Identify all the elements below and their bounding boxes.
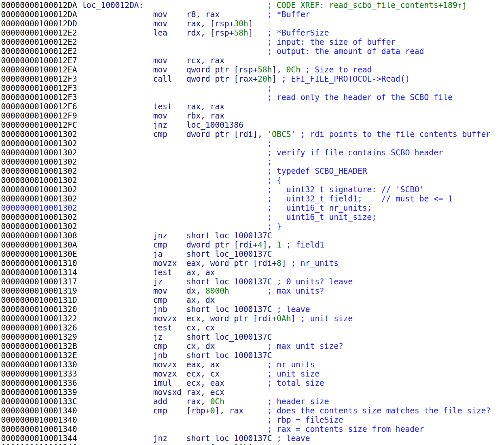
instruction-text: mov rax, [rsp+ xyxy=(77,19,234,28)
asm-line[interactable]: 000000001000133C add rax, 0Ch ; header s… xyxy=(1,397,504,406)
address: 00000000100012DA xyxy=(1,10,77,19)
asm-line[interactable]: 00000000100012E7 mov rcx, rax xyxy=(1,56,504,65)
asm-line[interactable]: 000000001000130A cmp dword ptr [rdi+4], … xyxy=(1,240,504,249)
address: 0000000010001302 xyxy=(1,194,77,203)
comment: ; xyxy=(77,84,272,93)
instruction-text: test rax, rax xyxy=(77,102,224,111)
asm-line[interactable]: 0000000010001302 ; typedef SCBO_HEADER xyxy=(1,167,504,176)
number-literal: 58h xyxy=(258,65,272,74)
asm-line[interactable]: 00000000100012E2 ; input: the size of bu… xyxy=(1,38,504,47)
instruction-text: mov dx, xyxy=(77,286,205,296)
asm-line[interactable]: 0000000010001322 movzx ecx, word ptr [rd… xyxy=(1,314,504,323)
asm-line[interactable]: 0000000010001302 ; uint32_t field1; // m… xyxy=(1,194,504,203)
address: 0000000010001329 xyxy=(1,332,77,342)
asm-line[interactable]: 0000000010001302 ; xyxy=(1,139,504,148)
instruction-text: ] xyxy=(282,259,286,268)
instruction-text: cmp cx, dx xyxy=(77,342,215,351)
disassembly-listing: 00000000100012DA loc_100012DA: ; CODE XR… xyxy=(0,0,504,445)
asm-line[interactable]: 00000000100012E2 lea rdx, [rsp+58h] ; *B… xyxy=(1,28,504,38)
address: 000000001000132B xyxy=(1,342,77,351)
address: 0000000010001302 xyxy=(1,130,77,139)
asm-line[interactable]: 0000000010001302 ; } xyxy=(1,222,504,231)
asm-line[interactable]: 0000000010001319 mov dx, 8000h ; max uni… xyxy=(1,286,504,296)
asm-line[interactable]: 00000000100012E2 ; output: the amount of… xyxy=(1,47,504,56)
instruction-text: jz short loc_1000137C xyxy=(77,332,272,342)
address: 00000000100012FC xyxy=(1,120,77,130)
instruction-text: call qword ptr [rax+ xyxy=(77,74,258,84)
asm-line[interactable]: 0000000010001302 ; uint32_t signature: /… xyxy=(1,185,504,194)
comment: ; rdi points to the file contents buffer xyxy=(296,130,491,139)
asm-line[interactable]: 00000000100012F6 test rax, rax xyxy=(1,102,504,111)
asm-line[interactable]: 0000000010001329 jz short loc_1000137C xyxy=(1,332,504,342)
address: 0000000010001319 xyxy=(1,286,77,296)
asm-line[interactable]: 0000000010001310 movzx eax, word ptr [rd… xyxy=(1,259,504,268)
address: 0000000010001326 xyxy=(1,323,77,332)
asm-line[interactable]: 0000000010001344 jnz short loc_1000137C … xyxy=(1,434,504,443)
address: 0000000010001302 xyxy=(1,176,77,185)
address: 000000001000130E xyxy=(1,249,77,259)
number-literal: 4 xyxy=(258,240,262,249)
address: 000000001000133C xyxy=(1,397,77,406)
instruction-text: movzx ecx, cx xyxy=(77,369,219,379)
asm-line[interactable]: 0000000010001346 mov rax, [rsp+30h] xyxy=(1,443,504,445)
number-literal: 0Ch xyxy=(210,397,224,406)
comment: ; unit_size xyxy=(296,314,353,323)
asm-line[interactable]: 0000000010001340 cmp [rbp+0], rax ; does… xyxy=(1,406,504,415)
address: 0000000010001344 xyxy=(1,434,77,443)
instruction-text: movzx ecx, word ptr [rdi+ xyxy=(77,314,277,323)
asm-line[interactable]: 0000000010001314 test ax, ax xyxy=(1,268,504,277)
asm-line[interactable]: 000000001000131D cmp ax, dx xyxy=(1,296,504,305)
asm-line[interactable]: 0000000010001339 movsxd rax, ecx xyxy=(1,388,504,397)
asm-line[interactable]: 0000000010001340 ; rbp = fileSize xyxy=(1,415,504,425)
instruction-text: jnb short loc_1000137C xyxy=(77,351,272,360)
asm-line[interactable]: 0000000010001326 test cx, cx xyxy=(1,323,504,332)
asm-line[interactable]: 00000000100012F3 ; read only the header … xyxy=(1,93,504,102)
instruction-text: ], xyxy=(272,65,286,74)
instruction-text: jnz short loc_1000137C xyxy=(77,231,272,240)
instruction-text: loc_100012DA: xyxy=(77,1,143,10)
asm-line[interactable]: 00000000100012F9 mov rbx, rax xyxy=(1,111,504,120)
instruction-text: cmp dword ptr [rdi+ xyxy=(77,240,258,249)
comment: ; does the contents size matches the fil… xyxy=(243,406,491,415)
asm-line[interactable]: 0000000010001302 ; uint16_t unit_size; xyxy=(1,213,504,222)
asm-line[interactable]: 0000000010001302 ; uint16_t nr_units; xyxy=(1,203,504,213)
asm-line[interactable]: 000000001000132B cmp cx, dx ; max unit s… xyxy=(1,342,504,351)
asm-line[interactable]: 00000000100012DA mov r8, rax ; *Buffer xyxy=(1,10,504,19)
asm-line[interactable]: 00000000100012FC jnz loc_10001386 xyxy=(1,120,504,130)
asm-line[interactable]: 0000000010001302 ; { xyxy=(1,176,504,185)
asm-line[interactable]: 00000000100012EA mov qword ptr [rsp+58h]… xyxy=(1,65,504,74)
asm-line[interactable]: 000000001000132E jnb short loc_1000137C xyxy=(1,351,504,360)
asm-line[interactable]: 0000000010001302 cmp dword ptr [rdi], 'O… xyxy=(1,130,504,139)
asm-line[interactable]: 0000000010001302 ; verify if file contai… xyxy=(1,148,504,157)
instruction-text: movzx eax, ax xyxy=(77,360,219,369)
asm-line[interactable]: 00000000100012DD mov rax, [rsp+30h] xyxy=(1,19,504,28)
asm-line[interactable]: 0000000010001302 ; xyxy=(1,157,504,167)
instruction-text: movzx eax, word ptr [rdi+ xyxy=(77,259,277,268)
address: 00000000100012EA xyxy=(1,65,77,74)
instruction-text: test cx, cx xyxy=(77,323,215,332)
asm-line[interactable]: 0000000010001317 jz short loc_1000137C ;… xyxy=(1,277,504,286)
comment: ; uint16_t nr_units; xyxy=(77,203,372,213)
number-literal: 8000h xyxy=(205,286,229,296)
instruction-text: ja short loc_1000137C xyxy=(77,249,272,259)
asm-line[interactable]: 000000001000130E ja short loc_1000137C xyxy=(1,249,504,259)
string-literal: 'OBCS' xyxy=(267,130,296,139)
asm-line[interactable]: 0000000010001336 imul ecx, eax ; total s… xyxy=(1,379,504,388)
asm-line[interactable]: 00000000100012F3 ; xyxy=(1,84,504,93)
asm-line[interactable]: 0000000010001330 movzx eax, ax ; nr unit… xyxy=(1,360,504,369)
asm-line[interactable]: 0000000010001308 jnz short loc_1000137C xyxy=(1,231,504,240)
comment: ; rbp = fileSize xyxy=(77,415,343,425)
address: 0000000010001302 xyxy=(1,167,77,176)
asm-line[interactable]: 0000000010001320 jnb short loc_1000137C … xyxy=(1,305,504,314)
comment: ; field1 xyxy=(282,240,324,249)
asm-line[interactable]: 00000000100012DA loc_100012DA: ; CODE XR… xyxy=(1,1,504,10)
asm-line[interactable]: 0000000010001340 ; rax = contents size f… xyxy=(1,425,504,434)
address: 0000000010001322 xyxy=(1,314,77,323)
number-literal: 0 xyxy=(210,406,215,415)
asm-line[interactable]: 0000000010001333 movzx ecx, cx ; unit si… xyxy=(1,369,504,379)
instruction-text: ], rax xyxy=(215,406,243,415)
instruction-text: mov rbx, rax xyxy=(77,111,224,120)
address: 00000000100012F9 xyxy=(1,111,77,120)
asm-line[interactable]: 00000000100012F3 call qword ptr [rax+20h… xyxy=(1,74,504,84)
address: 000000001000131D xyxy=(1,296,77,305)
